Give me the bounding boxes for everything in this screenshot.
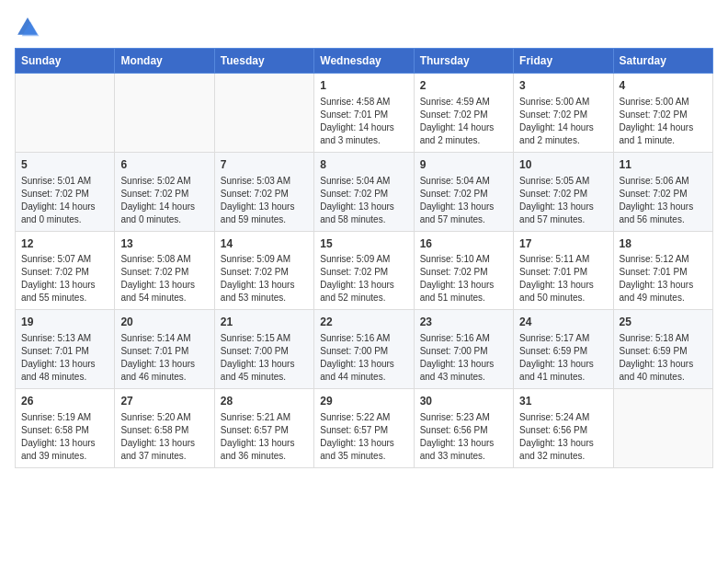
calendar-cell: 17Sunrise: 5:11 AMSunset: 7:01 PMDayligh… (514, 231, 613, 310)
calendar-cell: 29Sunrise: 5:22 AMSunset: 6:57 PMDayligh… (314, 389, 414, 468)
day-number: 28 (221, 394, 308, 409)
week-row-3: 12Sunrise: 5:07 AMSunset: 7:02 PMDayligh… (16, 231, 713, 310)
day-info: Sunrise: 5:08 AMSunset: 7:02 PMDaylight:… (120, 253, 208, 304)
day-number: 12 (21, 236, 108, 252)
col-header-tuesday: Tuesday (214, 49, 313, 74)
day-info: Sunrise: 5:22 AMSunset: 6:57 PMDaylight:… (320, 411, 407, 463)
calendar-cell: 16Sunrise: 5:10 AMSunset: 7:02 PMDayligh… (414, 231, 513, 310)
calendar-cell: 1Sunrise: 4:58 AMSunset: 7:01 PMDaylight… (314, 74, 414, 153)
calendar-header: SundayMondayTuesdayWednesdayThursdayFrid… (16, 49, 713, 74)
day-number: 2 (420, 78, 507, 94)
day-number: 13 (120, 236, 208, 252)
day-info: Sunrise: 5:13 AMSunset: 7:01 PMDaylight:… (21, 332, 108, 384)
logo (15, 15, 44, 40)
day-number: 8 (320, 157, 407, 173)
day-number: 19 (21, 315, 108, 330)
day-info: Sunrise: 5:21 AMSunset: 6:57 PMDaylight:… (221, 411, 308, 463)
day-number: 10 (519, 157, 607, 173)
day-info: Sunrise: 5:23 AMSunset: 6:56 PMDaylight:… (420, 411, 507, 463)
week-row-5: 26Sunrise: 5:19 AMSunset: 6:58 PMDayligh… (16, 389, 713, 468)
calendar-body: 1Sunrise: 4:58 AMSunset: 7:01 PMDaylight… (16, 74, 713, 468)
calendar-cell: 3Sunrise: 5:00 AMSunset: 7:02 PMDaylight… (514, 74, 613, 153)
calendar-cell (115, 74, 214, 153)
week-row-2: 5Sunrise: 5:01 AMSunset: 7:02 PMDaylight… (16, 152, 713, 231)
col-header-saturday: Saturday (613, 49, 712, 74)
day-number: 31 (519, 394, 607, 409)
calendar-cell: 23Sunrise: 5:16 AMSunset: 7:00 PMDayligh… (414, 310, 513, 389)
calendar-cell: 10Sunrise: 5:05 AMSunset: 7:02 PMDayligh… (514, 152, 613, 231)
day-info: Sunrise: 5:16 AMSunset: 7:00 PMDaylight:… (320, 332, 407, 384)
calendar-cell: 9Sunrise: 5:04 AMSunset: 7:02 PMDaylight… (414, 152, 513, 231)
calendar-cell: 11Sunrise: 5:06 AMSunset: 7:02 PMDayligh… (613, 152, 712, 231)
day-number: 11 (620, 157, 707, 173)
day-info: Sunrise: 5:19 AMSunset: 6:58 PMDaylight:… (21, 411, 108, 463)
day-number: 22 (320, 315, 407, 330)
day-info: Sunrise: 5:00 AMSunset: 7:02 PMDaylight:… (519, 96, 607, 147)
day-info: Sunrise: 5:09 AMSunset: 7:02 PMDaylight:… (221, 253, 308, 304)
day-number: 1 (320, 78, 407, 94)
day-number: 17 (519, 236, 607, 252)
calendar-cell: 22Sunrise: 5:16 AMSunset: 7:00 PMDayligh… (314, 310, 414, 389)
day-number: 16 (420, 236, 507, 252)
calendar-cell: 8Sunrise: 5:04 AMSunset: 7:02 PMDaylight… (314, 152, 414, 231)
day-number: 25 (620, 315, 707, 330)
col-header-thursday: Thursday (414, 49, 513, 74)
calendar-cell: 21Sunrise: 5:15 AMSunset: 7:00 PMDayligh… (214, 310, 313, 389)
day-number: 5 (21, 157, 108, 173)
day-info: Sunrise: 5:24 AMSunset: 6:56 PMDaylight:… (519, 411, 607, 463)
calendar-cell: 28Sunrise: 5:21 AMSunset: 6:57 PMDayligh… (214, 389, 313, 468)
calendar-cell (613, 389, 712, 468)
calendar-cell: 4Sunrise: 5:00 AMSunset: 7:02 PMDaylight… (613, 74, 712, 153)
calendar-cell: 30Sunrise: 5:23 AMSunset: 6:56 PMDayligh… (414, 389, 513, 468)
day-info: Sunrise: 5:00 AMSunset: 7:02 PMDaylight:… (620, 96, 707, 147)
calendar-cell: 20Sunrise: 5:14 AMSunset: 7:01 PMDayligh… (115, 310, 214, 389)
day-number: 26 (21, 394, 108, 409)
day-number: 7 (221, 157, 308, 173)
day-number: 6 (120, 157, 208, 173)
day-info: Sunrise: 5:07 AMSunset: 7:02 PMDaylight:… (21, 253, 108, 304)
day-info: Sunrise: 5:09 AMSunset: 7:02 PMDaylight:… (320, 253, 407, 304)
calendar-cell: 31Sunrise: 5:24 AMSunset: 6:56 PMDayligh… (514, 389, 613, 468)
day-info: Sunrise: 5:02 AMSunset: 7:02 PMDaylight:… (120, 175, 208, 226)
day-info: Sunrise: 5:10 AMSunset: 7:02 PMDaylight:… (420, 253, 507, 304)
day-info: Sunrise: 5:04 AMSunset: 7:02 PMDaylight:… (320, 175, 407, 226)
week-row-1: 1Sunrise: 4:58 AMSunset: 7:01 PMDaylight… (16, 74, 713, 153)
day-number: 30 (420, 394, 507, 409)
calendar-cell: 26Sunrise: 5:19 AMSunset: 6:58 PMDayligh… (16, 389, 115, 468)
calendar-table: SundayMondayTuesdayWednesdayThursdayFrid… (15, 48, 713, 468)
day-info: Sunrise: 5:05 AMSunset: 7:02 PMDaylight:… (519, 175, 607, 226)
day-info: Sunrise: 5:12 AMSunset: 7:01 PMDaylight:… (620, 253, 707, 304)
day-info: Sunrise: 5:17 AMSunset: 6:59 PMDaylight:… (519, 332, 607, 384)
day-number: 18 (620, 236, 707, 252)
day-info: Sunrise: 5:16 AMSunset: 7:00 PMDaylight:… (420, 332, 507, 384)
header-row: SundayMondayTuesdayWednesdayThursdayFrid… (16, 49, 713, 74)
page-header (15, 15, 713, 40)
calendar-cell: 13Sunrise: 5:08 AMSunset: 7:02 PMDayligh… (115, 231, 214, 310)
calendar-cell: 14Sunrise: 5:09 AMSunset: 7:02 PMDayligh… (214, 231, 313, 310)
day-info: Sunrise: 5:18 AMSunset: 6:59 PMDaylight:… (620, 332, 707, 384)
col-header-friday: Friday (514, 49, 613, 74)
day-number: 24 (519, 315, 607, 330)
day-info: Sunrise: 4:58 AMSunset: 7:01 PMDaylight:… (320, 96, 407, 147)
calendar-cell (16, 74, 115, 153)
day-number: 9 (420, 157, 507, 173)
calendar-cell: 6Sunrise: 5:02 AMSunset: 7:02 PMDaylight… (115, 152, 214, 231)
col-header-wednesday: Wednesday (314, 49, 414, 74)
day-info: Sunrise: 5:20 AMSunset: 6:58 PMDaylight:… (120, 411, 208, 463)
day-number: 21 (221, 315, 308, 330)
week-row-4: 19Sunrise: 5:13 AMSunset: 7:01 PMDayligh… (16, 310, 713, 389)
day-info: Sunrise: 5:15 AMSunset: 7:00 PMDaylight:… (221, 332, 308, 384)
day-info: Sunrise: 5:03 AMSunset: 7:02 PMDaylight:… (221, 175, 308, 226)
day-number: 14 (221, 236, 308, 252)
calendar-cell: 18Sunrise: 5:12 AMSunset: 7:01 PMDayligh… (613, 231, 712, 310)
day-number: 23 (420, 315, 507, 330)
day-number: 27 (120, 394, 208, 409)
day-number: 15 (320, 236, 407, 252)
calendar-cell: 12Sunrise: 5:07 AMSunset: 7:02 PMDayligh… (16, 231, 115, 310)
day-info: Sunrise: 5:04 AMSunset: 7:02 PMDaylight:… (420, 175, 507, 226)
calendar-cell: 19Sunrise: 5:13 AMSunset: 7:01 PMDayligh… (16, 310, 115, 389)
day-number: 29 (320, 394, 407, 409)
calendar-cell: 24Sunrise: 5:17 AMSunset: 6:59 PMDayligh… (514, 310, 613, 389)
calendar-cell: 15Sunrise: 5:09 AMSunset: 7:02 PMDayligh… (314, 231, 414, 310)
day-info: Sunrise: 5:06 AMSunset: 7:02 PMDaylight:… (620, 175, 707, 226)
